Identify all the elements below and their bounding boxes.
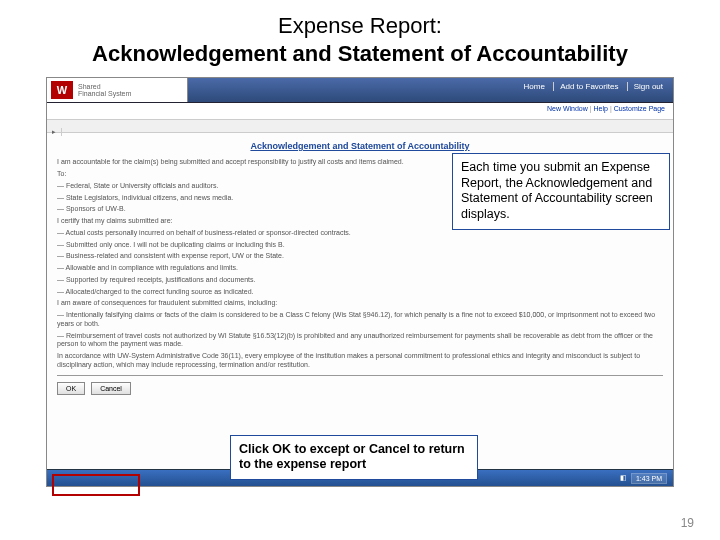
bullet-b4: Supported by required receipts, justific… (57, 276, 663, 285)
new-window-link[interactable]: New Window (547, 105, 588, 112)
bullet-b1: Submitted only once. I will not be dupli… (57, 241, 663, 250)
worklist-link[interactable]: Add to Favorites (553, 82, 618, 91)
customize-link[interactable]: Customize Page (614, 105, 665, 112)
ok-button[interactable]: OK (57, 382, 85, 395)
button-row: OK Cancel (57, 382, 663, 395)
home-link[interactable]: Home (524, 82, 545, 91)
callout-top-right: Each time you submit an Expense Report, … (452, 153, 670, 230)
app-window: W Shared Financial System Home Add to Fa… (46, 77, 674, 487)
bullet-b3: Allowable and in compliance with regulat… (57, 264, 663, 273)
logo-area: W Shared Financial System (47, 78, 188, 102)
slide-title-line1: Expense Report: (20, 12, 700, 40)
cancel-button[interactable]: Cancel (91, 382, 131, 395)
para3: In accordance with UW-System Administrat… (57, 352, 663, 370)
clock: 1:43 PM (631, 473, 667, 484)
aware-text: I am aware of consequences for fraudulen… (57, 299, 663, 308)
tray-icon: ◧ (620, 474, 627, 482)
bullet-b0: Actual costs personally incurred on beha… (57, 229, 663, 238)
dash1: Intentionally falsifying claims or facts… (57, 311, 663, 329)
help-link[interactable]: Help (594, 105, 608, 112)
header-links: Home Add to Favorites Sign out (524, 82, 663, 91)
tab-row: ▸ (47, 120, 673, 133)
section-title: Acknowledgement and Statement of Account… (57, 141, 663, 152)
logo-text: Shared Financial System (78, 83, 131, 97)
dash2: Reimbursement of travel costs not author… (57, 332, 663, 350)
subheader: New Window | Help | Customize Page (47, 103, 673, 120)
app-header: W Shared Financial System Home Add to Fa… (47, 78, 673, 103)
divider (57, 375, 663, 376)
page-number: 19 (681, 516, 694, 530)
signout-link[interactable]: Sign out (627, 82, 663, 91)
callout-bottom: Click OK to except or Cancel to return t… (230, 435, 478, 480)
slide-title: Expense Report: Acknowledgement and Stat… (0, 0, 720, 73)
bullet-b5: Allocated/charged to the correct funding… (57, 288, 663, 297)
slide-title-line2: Acknowledgement and Statement of Account… (20, 40, 700, 68)
bullet-b2: Business-related and consistent with exp… (57, 252, 663, 261)
system-tray: ◧ 1:43 PM (620, 473, 667, 484)
logo-icon: W (51, 81, 73, 99)
